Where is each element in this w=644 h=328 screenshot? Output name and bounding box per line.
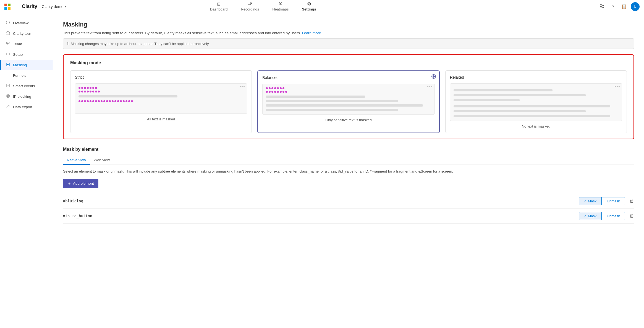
sidebar-overview-label: Overview <box>13 21 28 25</box>
relaxed-preview-dots <box>615 86 620 87</box>
relaxed-caption: No text is masked <box>450 124 622 128</box>
balanced-preview <box>262 84 434 115</box>
nav-dashboard-label: Dashboard <box>210 7 228 11</box>
nav-settings[interactable]: ⚙ Settings <box>295 0 323 13</box>
mask-button-2[interactable]: ✓ Mask <box>579 212 601 220</box>
brand-divider <box>16 4 16 9</box>
nav-recordings[interactable]: Recordings <box>234 0 266 13</box>
setup-icon <box>5 52 10 57</box>
check-icon: ✓ <box>584 199 587 203</box>
overview-icon <box>5 20 10 25</box>
help-button[interactable]: ? <box>609 2 617 11</box>
info-icon: ℹ <box>67 41 69 46</box>
project-name: Clarity demo <box>42 4 64 9</box>
strict-caption: All text is masked <box>75 117 247 121</box>
masking-option-relaxed[interactable]: Relaxed No text is <box>445 70 627 133</box>
sidebar-team-label: Team <box>13 42 22 46</box>
element-name-2: #third_button <box>63 214 579 218</box>
sidebar-ip-blocking-label: IP blocking <box>13 94 31 99</box>
nav-settings-label: Settings <box>302 7 316 11</box>
user-avatar[interactable]: U <box>631 2 640 11</box>
svg-rect-1 <box>8 4 11 6</box>
check-icon: ✓ <box>584 214 587 218</box>
recordings-icon <box>248 1 252 7</box>
main-content: Masking This prevents text from being se… <box>53 13 644 328</box>
masking-option-balanced[interactable]: Balanced <box>257 70 439 133</box>
topnav-right-actions: ⛓ ? 📋 U <box>598 2 640 11</box>
element-name-1: #blDialog <box>63 199 579 203</box>
masking-icon <box>5 62 10 67</box>
strict-preview <box>75 83 247 114</box>
balanced-preview-dots <box>427 86 432 87</box>
mask-by-element-section: Mask by element Native view Web view Sel… <box>63 147 634 224</box>
element-actions-1: ✓ Mask Unmask <box>579 197 625 205</box>
element-row: #third_button ✓ Mask Unmask 🗑 <box>63 209 634 224</box>
nav-dashboard[interactable]: ⊞ Dashboard <box>203 0 234 13</box>
sidebar-item-setup[interactable]: Setup <box>0 49 53 60</box>
mask-description: Select an element to mask or unmask. Thi… <box>63 169 634 174</box>
funnels-icon <box>5 73 10 78</box>
sidebar-data-export-label: Data export <box>13 105 32 109</box>
tab-web-view[interactable]: Web view <box>90 156 114 165</box>
balanced-caption: Only sensitive text is masked <box>262 118 434 122</box>
svg-point-7 <box>280 3 281 4</box>
sidebar-setup-label: Setup <box>13 52 23 57</box>
element-row: #blDialog ✓ Mask Unmask 🗑 <box>63 194 634 209</box>
tab-native-view[interactable]: Native view <box>63 156 90 165</box>
share-button[interactable]: ⛓ <box>598 2 606 11</box>
add-element-label: Add element <box>73 181 94 186</box>
delete-element-1[interactable]: 🗑 <box>630 199 634 203</box>
nav-heatmaps[interactable]: Heatmaps <box>266 0 295 13</box>
notifications-button[interactable]: 📋 <box>620 2 629 11</box>
sidebar-clarity-tour-label: Clarity tour <box>13 31 31 36</box>
sidebar-item-ip-blocking[interactable]: IP blocking <box>0 91 53 102</box>
brand-area: Clarity <box>4 4 37 10</box>
masking-mode-title: Masking mode <box>70 60 627 65</box>
sidebar: Overview Clarity tour Team Setup Masking <box>0 13 53 328</box>
view-tabs: Native view Web view <box>63 156 634 165</box>
learn-more-link[interactable]: Learn more <box>302 31 321 35</box>
sidebar-item-overview[interactable]: Overview <box>0 18 53 28</box>
unmask-button-2[interactable]: Unmask <box>601 212 625 220</box>
clarity-brand-text: Clarity <box>22 4 37 9</box>
sidebar-item-masking[interactable]: Masking <box>0 60 53 70</box>
svg-point-18 <box>7 95 9 97</box>
info-banner: ℹ Masking changes may take up to an hour… <box>63 38 634 49</box>
element-actions-2: ✓ Mask Unmask <box>579 212 625 220</box>
main-layout: Overview Clarity tour Team Setup Masking <box>0 13 644 328</box>
page-description: This prevents text from being sent to ou… <box>63 31 634 35</box>
project-selector[interactable]: Clarity demo ▾ <box>42 4 66 9</box>
masking-options: Strict <box>70 70 627 133</box>
sidebar-item-funnels[interactable]: Funnels <box>0 70 53 81</box>
svg-rect-3 <box>8 7 11 10</box>
masking-option-strict[interactable]: Strict <box>70 70 252 133</box>
add-icon: ＋ <box>67 181 71 186</box>
microsoft-logo <box>4 4 11 10</box>
delete-element-2[interactable]: 🗑 <box>630 213 634 218</box>
team-icon <box>5 41 10 46</box>
sidebar-item-clarity-tour[interactable]: Clarity tour <box>0 28 53 39</box>
dashboard-icon: ⊞ <box>217 1 221 7</box>
relaxed-preview <box>450 83 622 121</box>
ip-blocking-icon <box>5 94 10 99</box>
nav-heatmaps-label: Heatmaps <box>272 7 289 11</box>
sidebar-item-data-export[interactable]: Data export <box>0 102 53 112</box>
sidebar-funnels-label: Funnels <box>13 73 26 78</box>
masking-mode-section: Masking mode Strict <box>63 54 634 139</box>
smart-events-icon <box>5 83 10 88</box>
mask-button-1[interactable]: ✓ Mask <box>579 197 601 205</box>
page-title: Masking <box>63 21 634 28</box>
strict-label: Strict <box>75 75 247 80</box>
top-navigation: Clarity Clarity demo ▾ ⊞ Dashboard Recor… <box>0 0 644 13</box>
info-banner-text: Masking changes may take up to an hour t… <box>71 42 210 46</box>
add-element-button[interactable]: ＋ Add element <box>63 179 98 188</box>
sidebar-masking-label: Masking <box>13 63 27 67</box>
relaxed-label: Relaxed <box>450 75 622 80</box>
heatmaps-icon <box>278 1 283 7</box>
sidebar-item-smart-events[interactable]: Smart events <box>0 81 53 91</box>
unmask-button-1[interactable]: Unmask <box>601 197 625 205</box>
data-export-icon <box>5 104 10 109</box>
svg-rect-2 <box>4 7 7 10</box>
sidebar-item-team[interactable]: Team <box>0 39 53 49</box>
svg-rect-16 <box>6 84 9 87</box>
